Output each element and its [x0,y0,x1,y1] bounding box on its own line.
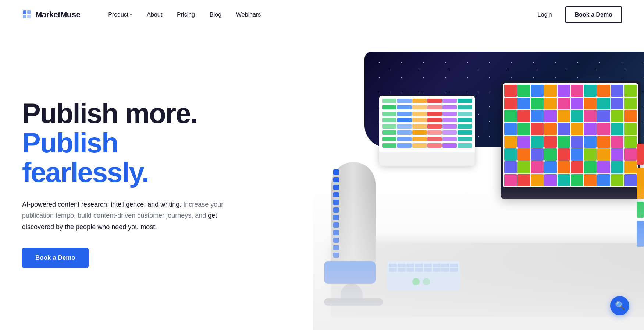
monitor-cell [412,105,427,109]
search-fab-button[interactable]: 🔍 [610,296,629,315]
bg-gradient [313,183,644,330]
nav-about[interactable]: About [141,8,168,21]
grid-cell [531,161,543,173]
grid-cell [571,85,583,97]
grid-cell [624,85,637,97]
grid-cell [504,148,517,161]
svg-rect-0 [23,10,26,14]
nav-blog[interactable]: Blog [204,8,227,21]
login-button[interactable]: Login [532,8,558,21]
svg-rect-1 [27,10,31,14]
grid-cell [611,136,623,148]
monitor-cell [382,130,396,135]
grid-cell [558,136,570,148]
monitor-cell [382,124,396,129]
monitor-cell [397,124,412,129]
panel-bar [637,144,644,165]
nav-webinars[interactable]: Webinars [230,8,267,21]
monitor-cell [458,112,472,116]
grid-cell [517,136,530,148]
grid-cell [597,161,610,173]
monitor-cell [412,130,427,135]
monitor-cell [458,105,472,109]
nav-links: Product ▾ About Pricing Blog Webinars [102,8,531,21]
hero-content: Publish more. Publish fearlessly. AI-pow… [22,99,243,268]
grid-cell [611,98,623,110]
monitor-cell [458,143,472,148]
monitor-cell [397,105,412,109]
grid-cell [611,148,623,161]
monitor-cell [427,105,442,109]
grid-cell [517,85,530,97]
grid-cell [558,148,570,161]
grid-cell [571,110,583,122]
monitor-cell [427,112,442,116]
grid-cell [584,161,597,173]
grid-cell [584,123,597,135]
monitor-cell [382,118,396,122]
grid-cell [597,110,610,122]
book-demo-nav-button[interactable]: Book a Demo [565,6,622,23]
blue-dot [333,169,339,175]
hero-description: AI-powered content research, intelligenc… [22,199,228,233]
monitor-cell [442,124,457,129]
grid-cell [504,110,517,122]
grid-cell [531,123,543,135]
monitor-cell [442,112,457,116]
monitor-cell [442,137,457,141]
monitor-cell [427,118,442,122]
hero-section: Publish more. Publish fearlessly. AI-pow… [0,29,644,330]
monitor-cell [382,143,396,148]
monitor-cell [458,124,472,129]
nav-pricing[interactable]: Pricing [171,8,201,21]
grid-cell [544,161,557,173]
grid-cell [517,123,530,135]
nav-product[interactable]: Product ▾ [102,8,138,21]
grid-cell [531,136,543,148]
monitor-cell [397,143,412,148]
grid-cell [504,98,517,110]
monitor-cell [458,99,472,103]
grid-cell [597,85,610,97]
monitor-cell [397,99,412,103]
monitor-cell [397,130,412,135]
grid-cell [611,110,623,122]
hero-description-static: AI-powered content research, intelligenc… [22,201,181,208]
grid-cell [611,85,623,97]
grid-cell [558,110,570,122]
grid-cell [597,148,610,161]
grid-cell [531,148,543,161]
grid-cell [531,110,543,122]
blue-dot [333,177,339,183]
monitor-cell [397,137,412,141]
grid-cell [597,136,610,148]
book-demo-hero-button[interactable]: Book a Demo [22,248,89,268]
monitor-cell [382,105,396,109]
grid-cell [544,136,557,148]
grid-cell [571,161,583,173]
logo[interactable]: MarketMuse [22,10,80,20]
monitor-cell [412,143,427,148]
grid-cell [544,148,557,161]
hero-title-line2: Publish fearlessly. [22,128,243,187]
hero-title-line1: Publish more. [22,99,243,128]
monitor-cell [382,137,396,141]
grid-cell [584,136,597,148]
grid-cell [584,85,597,97]
monitor-cell [442,143,457,148]
logo-icon [22,10,32,20]
grid-cell [517,148,530,161]
monitor-cell [427,143,442,148]
monitor-cell [382,112,396,116]
grid-cell [517,161,530,173]
monitor-cell [442,99,457,103]
monitor-cell [442,118,457,122]
grid-cell [571,123,583,135]
search-icon: 🔍 [615,301,625,310]
grid-cell [517,98,530,110]
monitor-cell [458,130,472,135]
monitor-cell [397,118,412,122]
monitor-cell [427,130,442,135]
grid-cell [571,136,583,148]
svg-rect-2 [23,15,26,18]
